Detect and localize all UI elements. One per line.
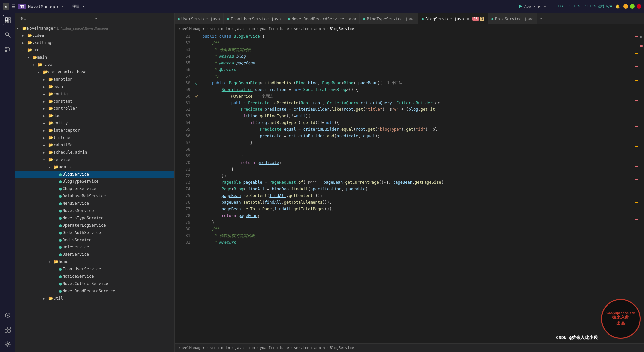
redisservice-label: RedisService [62,238,91,242]
breadcrumb-admin[interactable]: admin [314,27,325,31]
fold-icon[interactable]: m [640,35,643,39]
menu-project[interactable]: 项目 ▾ [72,4,85,9]
tree-admin[interactable]: ▾ 📂 admin [15,163,174,171]
tree-src[interactable]: ▾ 📂 src [15,46,174,54]
activity-explorer[interactable] [3,15,13,25]
activity-extensions[interactable] [3,325,13,335]
tab-blogtypeservice[interactable]: ● BlogTypeService.java [360,13,418,24]
tab-userservice[interactable]: ● UserService.java [175,13,224,24]
tab-frontuserservice[interactable]: ● FrontUserService.java [224,13,285,24]
tree-roleservice[interactable]: ● RoleService [15,244,174,251]
tree-blogtypeservice[interactable]: ● BlogTypeService [15,178,174,185]
tree-idea[interactable]: ▶ 📂 .idea [15,32,174,39]
tree-service[interactable]: ▾ 📂 service [15,156,174,163]
breadcrumb-blogservice[interactable]: BlogService [330,27,354,31]
status-novelmanager[interactable]: NovelManager [179,346,205,350]
tab-blogservice-close[interactable]: × [467,16,469,22]
right-scrollbar[interactable] [634,33,639,343]
app-dropdown[interactable]: ▾ [61,4,63,9]
status-java[interactable]: java [235,346,244,350]
status-yuanIrc[interactable]: yuanIrc [260,346,275,350]
tab-roleservice[interactable]: ● RoleService.java [488,13,537,24]
tree-rabbitmq[interactable]: ▶ 📂 rabbitMq [15,141,174,149]
code-content[interactable]: public class BlogService { /** * 分页查询新闻列… [200,33,634,343]
breadcrumb-base[interactable]: base [280,27,289,31]
tree-listener[interactable]: ▶ 📂 listener [15,134,174,141]
tree-controller[interactable]: ▶ 📂 controller [15,105,174,112]
hamburger-icon[interactable]: ☰ [11,4,16,9]
status-base[interactable]: base [280,346,289,350]
frontuserservice-icon: ● [59,266,62,272]
breadcrumb-service[interactable]: service [294,27,309,31]
tab-blogservice[interactable]: ● BlogService.java × 18 3 [418,13,488,24]
tree-com-yuanIrc[interactable]: ▾ 📂 com.yuanIrc.base [15,68,174,76]
breadcrumb-yuanIrc[interactable]: yuanIrc [260,27,275,31]
status-blogservice[interactable]: BlogService [330,346,354,350]
tree-chapterservice[interactable]: ● ChapterService [15,185,174,192]
tree-menuservice[interactable]: ● MenuService [15,200,174,207]
tree-userservice[interactable]: ● UserService [15,251,174,258]
tree-noticeservice[interactable]: ● NoticeService [15,273,174,280]
activity-debug[interactable] [3,310,13,320]
breadcrumb-novelmanager[interactable]: NovelManager [179,27,205,31]
activity-search[interactable] [3,30,13,40]
tree-frontuserservice[interactable]: ● FrontUserService [15,265,174,273]
tree-novelreadrecordservice[interactable]: ● NovelReadRecordService [15,287,174,295]
code-line-53: * 分页查询新闻列表 [200,46,634,53]
tree-novelstypeservice[interactable]: ● NovelsTypeService [15,214,174,222]
breadcrumb-com[interactable]: com [249,27,255,31]
tree-interceptor[interactable]: ▶ 📂 interceptor [15,127,174,134]
debug-icon[interactable]: ▶ [538,4,541,9]
tree-redisservice[interactable]: ● RedisService [15,236,174,244]
activity-settings[interactable] [3,339,13,349]
tree-main[interactable]: ▾ 📂 main [15,54,174,61]
tree-annotion[interactable]: ▶ 📂 annotion [15,76,174,83]
status-admin[interactable]: admin [314,346,325,350]
minimize-button[interactable] [623,4,628,9]
tab-novelreadrecordservice[interactable]: ● NovelReadRecordService.java [284,13,360,24]
tree-entity[interactable]: ▶ 📂 entity [15,119,174,127]
error-marker-1 [635,36,638,37]
maximize-button[interactable] [630,4,635,9]
tree-config[interactable]: ▶ 📂 config [15,90,174,98]
more-icon[interactable]: ⋯ [544,4,546,9]
tree-home[interactable]: ▾ 📂 home [15,258,174,265]
tree-constant[interactable]: ▶ 📂 constant [15,98,174,105]
tree-operaterlogservice[interactable]: ● OperaterLogService [15,222,174,229]
error-marker-3 [635,100,638,101]
status-main[interactable]: main [221,346,230,350]
root-folder-icon: 📁 [22,26,27,31]
tree-util[interactable]: ▶ 📂 util [15,295,174,302]
tree-bean[interactable]: ▶ 📂 bean [15,83,174,90]
tree-java[interactable]: ▾ 📂 java [15,61,174,68]
notifications-icon[interactable]: 🔔 [615,4,620,9]
tree-blogservice[interactable]: ● BlogService [15,171,174,178]
service-icon: 📂 [48,157,53,162]
tree-root[interactable]: ▾ 📁 NovelManager E:\idea_space\NovelMana… [15,25,174,32]
tree-schedule[interactable]: ▶ 📂 schedule.admin [15,149,174,156]
run-app[interactable]: App ▾ [518,4,535,9]
svg-rect-3 [8,18,11,19]
activity-git[interactable] [3,44,13,54]
gutter-78 [193,212,200,219]
ln-66: 66 [175,133,190,139]
close-button[interactable] [637,4,641,9]
sidebar-more[interactable]: ⋯ [95,16,171,21]
tree-novelsservice[interactable]: ● NovelsService [15,207,174,214]
status-com[interactable]: com [249,346,255,350]
breadcrumb-main[interactable]: main [221,27,230,31]
file-tree[interactable]: ▾ 📁 NovelManager E:\idea_space\NovelMana… [15,24,174,352]
status-src[interactable]: src [210,346,216,350]
ln-79: 79 [175,219,190,226]
tree-settings[interactable]: ▶ 📂 .settings [15,39,174,46]
fps-info: FPS N/A GPU 13% CPU 10% 运时 N/A [549,4,612,9]
tree-novelcollectservice[interactable]: ● NovelCollectService [15,280,174,287]
status-service[interactable]: service [294,346,309,350]
tab-more[interactable]: ⋯ [537,16,545,21]
breadcrumb-java[interactable]: java [235,27,244,31]
tree-dao[interactable]: ▶ 📂 dao [15,112,174,119]
tree-orderauthservice[interactable]: ● OrderAuthService [15,229,174,236]
gutter-54 [193,53,200,60]
breadcrumb-src[interactable]: src [210,27,216,31]
tree-databasebakservice[interactable]: ● DatabaseBakService [15,192,174,200]
